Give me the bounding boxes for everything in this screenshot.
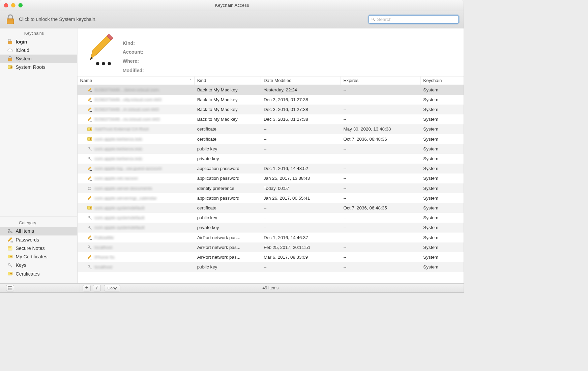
row-date: Dec 3, 2016, 01:27:38 (261, 117, 341, 122)
svg-rect-4 (8, 41, 12, 44)
row-kind: application password (195, 196, 261, 201)
row-expires: -- (341, 196, 421, 201)
row-name: FollowMe (94, 235, 114, 240)
table-row[interactable]: com.apple.systemdefaultprivate key----Sy… (78, 223, 464, 232)
table-row[interactable]: iPhone 5sAirPort network pas...Mar 6, 20… (78, 252, 464, 262)
keychain-item-system[interactable]: System (0, 55, 77, 63)
table-row[interactable]: localhostpublic key----System (78, 262, 464, 272)
row-name: com.apple.kerberos.kdc (94, 146, 142, 152)
table-row[interactable]: com.apple.kerberos.kdcpublic key----Syst… (78, 144, 464, 154)
lock-closed-icon (7, 56, 13, 62)
table-row[interactable]: com.apple.servermgr_calendarapplication … (78, 193, 464, 203)
row-keychain: System (420, 97, 464, 103)
row-date: Dec 3, 2016, 01:27:38 (261, 97, 341, 103)
table-row[interactable]: 8156373449...ns.icloud.com:443Back to My… (78, 114, 464, 124)
category-item-certificates[interactable]: Certificates (0, 269, 77, 278)
table-row[interactable]: 8156373449...vity.icloud.com:443Back to … (78, 95, 464, 105)
table-row[interactable]: com.apple.kerberos.kdcprivate key----Sys… (78, 154, 464, 164)
svg-point-72 (90, 259, 90, 259)
lock-open-icon (7, 39, 13, 45)
keychain-label: login (16, 39, 27, 45)
row-date: Mar 6, 2017, 08:33:09 (261, 255, 341, 260)
row-expires: -- (341, 156, 421, 162)
row-keychain: System (420, 126, 464, 132)
svg-rect-0 (7, 19, 14, 24)
copy-label: Copy (108, 286, 117, 290)
row-expires: -- (341, 176, 421, 181)
row-keychain: System (420, 176, 464, 181)
category-label: My Certificates (16, 254, 48, 260)
col-expires[interactable]: Expires (341, 76, 421, 84)
category-item-passwords[interactable]: Passwords (0, 235, 77, 244)
svg-point-60 (90, 200, 91, 200)
table-row[interactable]: com.apple.systemdefaultcertificate--Oct … (78, 203, 464, 213)
col-date[interactable]: Date Modified (261, 76, 341, 84)
info-button[interactable]: i (93, 285, 101, 291)
detail-fields: Kind: Account: Where: Modified: (123, 34, 144, 75)
svg-point-68 (90, 239, 91, 240)
toggle-pane-button[interactable] (6, 285, 14, 291)
window-title: Keychain Access (0, 2, 464, 8)
search-input[interactable] (377, 17, 457, 22)
toolbar: Click to unlock the System keychain. (0, 10, 464, 29)
row-expires: -- (341, 146, 421, 152)
col-name-label: Name (80, 78, 92, 83)
svg-marker-31 (88, 98, 91, 102)
category-item-my-certificates[interactable]: My Certificates (0, 253, 77, 261)
key-icon (87, 146, 92, 152)
keychain-list: loginiCloudSystemSystem Roots (0, 37, 77, 72)
row-kind: private key (195, 225, 261, 230)
lock-icon[interactable] (5, 13, 16, 25)
row-name: com.apple.kerberos.kdc (94, 136, 142, 142)
keychain-label: iCloud (16, 48, 29, 53)
detail-modified-label: Modified: (123, 68, 144, 73)
table-row[interactable]: @com.apple.server.documentsidentity pref… (78, 183, 464, 193)
category-item-keys[interactable]: Keys (0, 261, 77, 269)
col-kind[interactable]: Kind (195, 76, 261, 84)
search-field[interactable] (369, 15, 459, 24)
table-row[interactable]: com.apple.kerberos.kdccertificate--Oct 7… (78, 134, 464, 144)
row-name: com.apple.server.documents (94, 186, 152, 191)
items-table: Name ˄ Kind Date Modified Expires Keycha… (78, 76, 464, 283)
row-name: com.apple.net.racoon (94, 176, 138, 181)
category-item-all-items[interactable]: All Items (0, 227, 77, 235)
row-date: -- (261, 136, 341, 142)
keychain-item-icloud[interactable]: iCloud (0, 46, 77, 54)
svg-rect-5 (8, 58, 12, 61)
table-row[interactable]: com.apple.net.racoonapplication password… (78, 173, 464, 183)
svg-point-61 (91, 200, 92, 200)
svg-point-24 (96, 62, 99, 65)
at-icon: @ (87, 186, 92, 191)
detail-kind-label: Kind: (123, 40, 135, 46)
svg-point-29 (90, 91, 91, 92)
svg-point-44 (90, 128, 91, 130)
table-row[interactable]: com.apple.log...ow.guest-accountapplicat… (78, 164, 464, 173)
table-body[interactable]: 8156373449....btmm.icloud.com.Back to My… (78, 85, 464, 284)
row-keychain: System (420, 205, 464, 211)
table-row[interactable]: localhostAirPort network pas...Feb 25, 2… (78, 242, 464, 252)
table-row[interactable]: AddTrust External CA Rootcertificate--Ma… (78, 124, 464, 134)
svg-point-48 (88, 157, 90, 159)
table-row[interactable]: FollowMeAirPort network pas...Dec 1, 201… (78, 233, 464, 242)
copy-button[interactable]: Copy (104, 285, 120, 291)
svg-point-7 (10, 66, 12, 68)
svg-point-52 (91, 170, 92, 171)
cert-icon (7, 271, 13, 277)
table-row[interactable]: com.apple.systemdefaultpublic key----Sys… (78, 213, 464, 223)
col-keychain[interactable]: Keychain (420, 76, 464, 84)
row-expires: -- (341, 215, 421, 221)
keychains-header: Keychains (0, 28, 77, 37)
svg-point-64 (88, 216, 90, 218)
category-label: Secure Notes (16, 246, 45, 251)
row-keychain: System (420, 107, 464, 112)
svg-point-17 (10, 256, 12, 257)
category-item-secure-notes[interactable]: Secure Notes (0, 244, 77, 253)
table-row[interactable]: 8156373449....btmm.icloud.com.Back to My… (78, 85, 464, 95)
add-button[interactable]: + (83, 285, 91, 291)
cert-icon (7, 254, 13, 260)
col-name[interactable]: Name ˄ (78, 76, 195, 84)
svg-marker-71 (88, 255, 91, 259)
keychain-item-system-roots[interactable]: System Roots (0, 63, 77, 72)
table-row[interactable]: 8156373449...m.icloud.com:443Back to My … (78, 105, 464, 114)
keychain-item-login[interactable]: login (0, 37, 77, 46)
